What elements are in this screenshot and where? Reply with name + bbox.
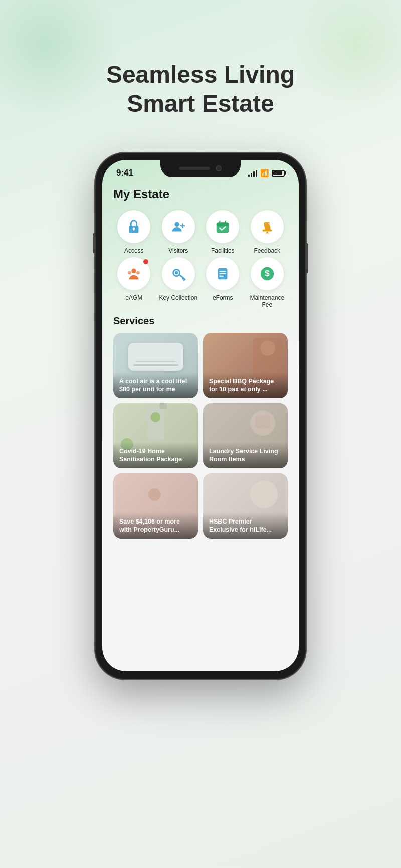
person-group-icon — [125, 265, 142, 282]
icon-circle-eforms — [206, 257, 239, 290]
icon-item-maintenance-fee[interactable]: $ Maintenance Fee — [247, 257, 288, 308]
icon-item-facilities[interactable]: Facilities — [202, 210, 244, 254]
card-bbq-overlay: Special BBQ Package for 10 pax at only .… — [203, 372, 288, 399]
background-blob-tl — [0, 0, 120, 120]
svg-point-17 — [175, 271, 178, 275]
icon-circle-access — [117, 210, 150, 243]
icon-item-feedback[interactable]: Feedback — [247, 210, 288, 254]
laundry-illustration — [250, 411, 280, 441]
card-property-overlay: Save $4,106 or more with PropertyGuru... — [113, 512, 198, 539]
app-title: My Estate — [113, 187, 288, 201]
document-icon — [214, 265, 231, 282]
service-card-property[interactable]: Save $4,106 or more with PropertyGuru... — [113, 473, 198, 539]
notch-camera — [216, 165, 222, 171]
notification-dot — [143, 259, 148, 264]
ac-unit-illustration — [128, 343, 183, 371]
service-card-hsbc[interactable]: HSBC Premier Exclusive for hiLife... — [203, 473, 288, 539]
eforms-label: eForms — [213, 294, 233, 301]
headline-title: Seamless Living Smart Estate — [106, 60, 295, 118]
icon-circle-eagm — [117, 257, 150, 290]
card-hsbc-overlay: HSBC Premier Exclusive for hiLife... — [203, 512, 288, 539]
service-card-ac[interactable]: A cool air is a cool life! $80 per unit … — [113, 333, 198, 398]
svg-rect-7 — [217, 223, 229, 227]
card-ac-overlay: A cool air is a cool life! $80 per unit … — [113, 372, 198, 399]
icon-circle-maintenance-fee: $ — [251, 257, 284, 290]
eagm-label: eAGM — [125, 294, 142, 301]
visitors-label: Visitors — [168, 247, 188, 254]
card-laundry-text: Laundry Service Living Room Items — [209, 447, 282, 464]
icon-item-access[interactable]: Access — [113, 210, 155, 254]
svg-rect-2 — [133, 229, 135, 231]
card-laundry-overlay: Laundry Service Living Room Items — [203, 442, 288, 469]
feedback-label: Feedback — [254, 247, 280, 254]
card-bbq-text: Special BBQ Package for 10 pax at only .… — [209, 377, 282, 394]
svg-point-14 — [128, 271, 131, 275]
signal-icon — [248, 169, 257, 177]
spray-bottle-illustration — [147, 407, 164, 440]
key-collection-label: Key Collection — [159, 294, 197, 301]
services-title: Services — [113, 315, 288, 327]
status-bar: 9:41 📶 — [102, 160, 299, 182]
property-illustration — [141, 481, 171, 511]
service-card-laundry[interactable]: Laundry Service Living Room Items — [203, 403, 288, 468]
facilities-label: Facilities — [211, 247, 235, 254]
phone-mockup: 9:41 📶 — [95, 153, 306, 679]
phone-outer-shell: 9:41 📶 — [95, 153, 306, 679]
phone-screen: 9:41 📶 — [102, 160, 299, 671]
calendar-check-icon — [214, 218, 231, 235]
svg-rect-11 — [264, 222, 271, 231]
status-time: 9:41 — [116, 168, 133, 178]
lock-icon — [125, 218, 142, 235]
app-content: My Estate Access — [102, 182, 299, 549]
card-property-text: Save $4,106 or more with PropertyGuru... — [119, 517, 192, 534]
card-covid-text: Covid-19 Home Sanitisation Package — [119, 447, 192, 464]
svg-text:$: $ — [265, 269, 270, 278]
icon-item-visitors[interactable]: Visitors — [158, 210, 199, 254]
pencil-icon — [259, 218, 276, 235]
status-icons: 📶 — [248, 169, 285, 177]
svg-point-3 — [174, 222, 179, 227]
battery-icon — [272, 170, 285, 177]
battery-fill — [273, 171, 282, 175]
card-hsbc-text: HSBC Premier Exclusive for hiLife... — [209, 517, 282, 534]
person-add-icon — [170, 218, 187, 235]
icon-item-eagm[interactable]: eAGM — [113, 257, 155, 308]
service-card-covid[interactable]: Covid-19 Home Sanitisation Package — [113, 403, 198, 468]
maintenance-fee-label: Maintenance Fee — [247, 294, 288, 308]
notch-speaker — [179, 167, 210, 170]
icon-circle-facilities — [206, 210, 239, 243]
card-ac-text: A cool air is a cool life! $80 per unit … — [119, 377, 192, 394]
card-covid-overlay: Covid-19 Home Sanitisation Package — [113, 442, 198, 469]
icon-circle-feedback — [251, 210, 284, 243]
services-grid: A cool air is a cool life! $80 per unit … — [113, 333, 288, 539]
dollar-icon: $ — [259, 265, 276, 282]
icon-grid: Access Visitors — [113, 210, 288, 308]
hsbc-illustration — [250, 481, 280, 511]
svg-point-15 — [136, 271, 140, 275]
headline-section: Seamless Living Smart Estate — [106, 60, 295, 118]
service-card-bbq[interactable]: Special BBQ Package for 10 pax at only .… — [203, 333, 288, 398]
key-icon — [170, 265, 187, 282]
wifi-icon: 📶 — [260, 169, 269, 177]
icon-circle-visitors — [162, 210, 195, 243]
svg-marker-12 — [265, 232, 269, 234]
svg-point-13 — [132, 269, 136, 273]
icon-item-key-collection[interactable]: Key Collection — [158, 257, 199, 308]
background-blob-tr — [291, 0, 401, 110]
icon-circle-key-collection — [162, 257, 195, 290]
access-label: Access — [124, 247, 144, 254]
notch — [160, 160, 241, 177]
icon-item-eforms[interactable]: eForms — [202, 257, 244, 308]
